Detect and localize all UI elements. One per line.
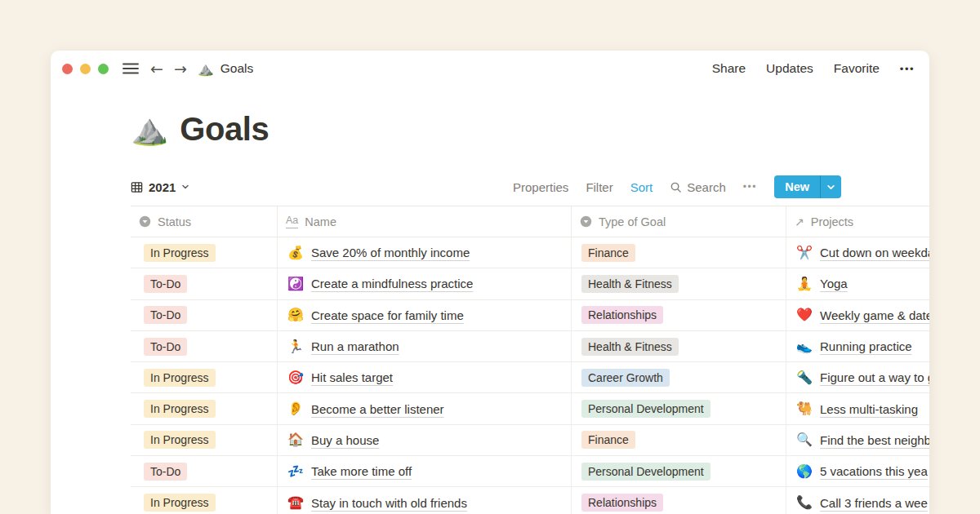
name-cell[interactable]: 💰Save 20% of monthly income	[278, 237, 572, 268]
projects-cell[interactable]: ❤️Weekly game & date	[786, 300, 929, 330]
table-row[interactable]: In Progress🎯Hit sales targetCareer Growt…	[131, 362, 929, 393]
status-cell[interactable]: To-Do	[131, 456, 278, 486]
table-row[interactable]: In Progress☎️Stay in touch with old frie…	[131, 487, 929, 514]
page-background: ← → ⛰️ Goals Share Updates Favorite ••• …	[0, 0, 980, 514]
project-emoji-icon: 🔍	[796, 433, 813, 446]
type-cell[interactable]: Health & Fitness	[572, 268, 786, 299]
projects-cell[interactable]: ✂️Cut down on weekda	[786, 237, 929, 268]
column-header-status[interactable]: Status	[131, 206, 278, 237]
name-cell[interactable]: 🏠Buy a house	[278, 425, 572, 455]
back-arrow-icon[interactable]: ←	[150, 61, 163, 77]
type-cell[interactable]: Personal Development	[572, 393, 786, 423]
project-emoji-icon: 🌎	[796, 465, 813, 478]
filter-button[interactable]: Filter	[586, 180, 612, 194]
projects-cell[interactable]: 🧘Yoga	[786, 268, 929, 299]
type-cell[interactable]: Finance	[572, 237, 786, 268]
favorite-button[interactable]: Favorite	[834, 61, 880, 76]
table-row[interactable]: In Progress👂Become a better listenerPers…	[131, 393, 929, 424]
status-cell[interactable]: In Progress	[131, 487, 278, 514]
column-label: Name	[305, 215, 336, 228]
type-badge: Relationships	[581, 306, 663, 324]
name-cell[interactable]: ☎️Stay in touch with old friends	[278, 487, 572, 514]
search-button[interactable]: Search	[670, 180, 726, 194]
status-cell[interactable]: In Progress	[131, 425, 278, 455]
breadcrumb[interactable]: ⛰️ Goals	[198, 61, 253, 77]
column-label: Status	[158, 215, 191, 228]
projects-cell[interactable]: 📞Call 3 friends a wee	[786, 487, 929, 514]
chevron-down-icon	[181, 183, 189, 191]
type-cell[interactable]: Career Growth	[572, 362, 786, 392]
goal-name: Become a better listener	[311, 402, 444, 416]
type-cell[interactable]: Relationships	[572, 300, 786, 330]
database-toolbar: 2021 Properties Filter Sort Search ••• N…	[131, 174, 841, 200]
updates-button[interactable]: Updates	[766, 61, 813, 76]
search-icon	[670, 181, 682, 193]
type-cell[interactable]: Finance	[572, 425, 786, 455]
status-badge: In Progress	[144, 244, 216, 262]
new-dropdown-button[interactable]	[820, 175, 841, 198]
status-badge: In Progress	[144, 494, 216, 512]
projects-cell[interactable]: 🐫Less multi-tasking	[786, 393, 929, 423]
status-cell[interactable]: To-Do	[131, 300, 278, 330]
page-title-row: ⛰️ Goals	[131, 111, 269, 148]
goal-emoji-icon: 🏃	[287, 340, 304, 353]
table-row[interactable]: To-Do🤗Create space for family timeRelati…	[131, 300, 929, 331]
projects-cell[interactable]: 🔦Figure out a way to g	[786, 362, 929, 392]
share-button[interactable]: Share	[712, 61, 746, 76]
name-cell[interactable]: 🤗Create space for family time	[278, 300, 572, 330]
projects-cell[interactable]: 🌎5 vacations this yea	[786, 456, 929, 486]
name-cell[interactable]: 👂Become a better listener	[278, 393, 572, 423]
type-cell[interactable]: Relationships	[572, 487, 786, 514]
table-row[interactable]: In Progress💰Save 20% of monthly incomeFi…	[131, 237, 929, 268]
new-button[interactable]: New	[774, 175, 820, 198]
column-header-name[interactable]: Aa Name	[278, 206, 572, 237]
type-cell[interactable]: Health & Fitness	[572, 331, 786, 361]
project-name: Yoga	[820, 277, 848, 290]
new-button-group: New	[774, 175, 841, 198]
status-cell[interactable]: In Progress	[131, 362, 278, 392]
table-row[interactable]: To-Do🏃Run a marathonHealth & Fitness👟Run…	[131, 331, 929, 362]
sidebar-menu-icon[interactable]	[122, 62, 139, 75]
app-window: ← → ⛰️ Goals Share Updates Favorite ••• …	[51, 51, 929, 514]
sort-button[interactable]: Sort	[630, 180, 653, 194]
status-badge: To-Do	[144, 306, 187, 324]
goal-name: Hit sales target	[311, 370, 393, 384]
name-cell[interactable]: 🎯Hit sales target	[278, 362, 572, 392]
topbar-actions: Share Updates Favorite •••	[712, 61, 915, 76]
window-topbar: ← → ⛰️ Goals Share Updates Favorite •••	[51, 51, 929, 86]
projects-cell[interactable]: 🔍Find the best neighb	[786, 425, 929, 455]
more-options-icon[interactable]: •••	[900, 63, 915, 75]
column-header-type-of-goal[interactable]: Type of Goal	[572, 206, 786, 237]
projects-cell[interactable]: 👟Running practice	[786, 331, 929, 361]
status-cell[interactable]: In Progress	[131, 237, 278, 268]
goal-emoji-icon: 👂	[287, 402, 304, 415]
name-cell[interactable]: ☯️Create a mindfulness practice	[278, 268, 572, 299]
close-window-button[interactable]	[62, 64, 73, 74]
table-row[interactable]: To-Do☯️Create a mindfulness practiceHeal…	[131, 268, 929, 299]
project-name: Cut down on weekda	[820, 246, 929, 259]
status-badge: In Progress	[144, 369, 216, 387]
history-nav: ← →	[150, 61, 187, 77]
forward-arrow-icon[interactable]: →	[174, 61, 187, 77]
status-cell[interactable]: In Progress	[131, 393, 278, 423]
toolbar-more-icon[interactable]: •••	[743, 181, 757, 193]
page-title[interactable]: Goals	[180, 111, 269, 148]
type-badge: Health & Fitness	[581, 338, 679, 356]
status-cell[interactable]: To-Do	[131, 331, 278, 361]
zoom-window-button[interactable]	[98, 64, 109, 74]
type-cell[interactable]: Personal Development	[572, 456, 786, 486]
minimize-window-button[interactable]	[80, 64, 91, 74]
type-badge: Personal Development	[581, 463, 710, 481]
project-emoji-icon: ❤️	[796, 308, 813, 321]
view-switcher[interactable]: 2021	[131, 180, 189, 194]
status-cell[interactable]: To-Do	[131, 268, 278, 299]
name-cell[interactable]: 🏃Run a marathon	[278, 331, 572, 361]
properties-button[interactable]: Properties	[513, 180, 568, 194]
name-cell[interactable]: 💤Take more time off	[278, 456, 572, 486]
type-badge: Finance	[581, 431, 635, 449]
table-row[interactable]: In Progress🏠Buy a houseFinance🔍Find the …	[131, 425, 929, 456]
goal-name: Run a marathon	[311, 339, 399, 353]
table-row[interactable]: To-Do💤Take more time offPersonal Develop…	[131, 456, 929, 487]
page-icon-mountain-emoji[interactable]: ⛰️	[131, 114, 168, 144]
column-header-projects[interactable]: ↗ Projects	[786, 206, 929, 237]
